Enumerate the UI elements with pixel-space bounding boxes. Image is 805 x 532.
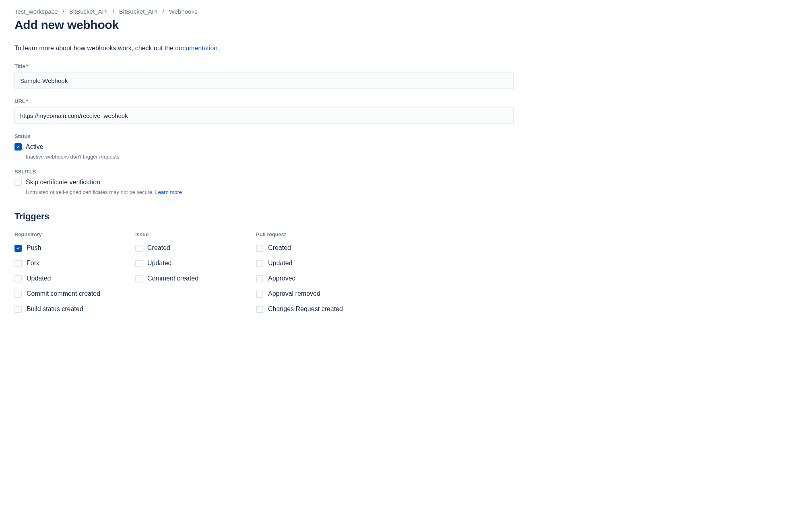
trigger-checkbox[interactable] [14,260,22,267]
title-field-group: Title* [14,63,791,89]
trigger-checkbox[interactable] [135,260,142,267]
trigger-label: Updated [147,260,172,267]
breadcrumb-link[interactable]: Test_workspace [14,8,58,15]
title-label: Title* [14,63,791,69]
check-icon [16,246,21,251]
trigger-item: Comment created [135,274,240,282]
status-field-group: Status Active Inactive webhooks don't tr… [14,133,791,160]
trigger-label: Created [147,244,170,252]
trigger-item: Approval removed [256,290,361,298]
triggers-grid: RepositoryPushForkUpdatedCommit comment … [14,231,791,320]
active-help-text: Inactive webhooks don't trigger requests… [26,154,121,160]
ssl-skip-checkbox[interactable] [14,179,22,186]
trigger-item: Push [14,244,119,252]
title-label-text: Title [14,63,25,69]
ssl-help-text: Untrusted or self-signed certificates ma… [26,189,182,195]
required-indicator: * [26,98,28,104]
active-checkbox[interactable] [14,143,22,151]
trigger-checkbox[interactable] [256,291,263,298]
breadcrumb-link[interactable]: BitBucket_API [69,8,108,15]
breadcrumb-separator: / [163,8,164,15]
active-checkbox-row: Active Inactive webhooks don't trigger r… [14,142,791,160]
trigger-checkbox[interactable] [135,275,142,282]
trigger-checkbox[interactable] [256,306,263,313]
trigger-label: Created [268,244,291,252]
trigger-item: Approved [256,274,361,282]
trigger-label: Push [27,244,41,252]
ssl-skip-label: Skip certificate verification [26,178,182,187]
trigger-column-header: Pull request [256,231,361,237]
trigger-checkbox[interactable] [135,245,142,252]
trigger-column: Pull requestCreatedUpdatedApprovedApprov… [256,231,361,320]
trigger-item: Commit comment created [14,290,119,298]
breadcrumb-separator: / [63,8,64,15]
url-field-group: URL* [14,98,791,124]
trigger-item: Build status created [14,305,119,313]
ssl-checkbox-row: Skip certificate verification Untrusted … [14,178,791,195]
trigger-item: Updated [135,259,240,267]
trigger-checkbox[interactable] [14,306,22,313]
ssl-help-prefix: Untrusted or self-signed certificates ma… [26,189,155,195]
trigger-column-header: Issue [135,231,240,237]
trigger-column-header: Repository [14,231,119,237]
url-input[interactable] [14,107,514,124]
trigger-label: Approval removed [268,290,320,297]
trigger-item: Fork [14,259,119,267]
trigger-label: Fork [27,260,39,267]
trigger-column: RepositoryPushForkUpdatedCommit comment … [14,231,119,320]
trigger-label: Approved [268,275,296,282]
trigger-label: Comment created [147,275,198,282]
required-indicator: * [26,63,28,69]
check-icon [16,144,21,149]
trigger-checkbox[interactable] [14,275,22,282]
url-label: URL* [14,98,791,104]
trigger-item: Updated [14,274,119,282]
intro-prefix: To learn more about how webhooks work, c… [14,45,175,52]
trigger-item: Updated [256,259,361,267]
trigger-label: Updated [268,260,293,267]
trigger-item: Changes Request created [256,305,361,313]
trigger-item: Created [256,244,361,252]
trigger-checkbox[interactable] [256,260,263,267]
page-title: Add new webhook [14,18,791,32]
breadcrumb-link[interactable]: BitBucket_API [119,8,158,15]
trigger-label: Build status created [27,305,83,313]
breadcrumb-link[interactable]: Webhooks [169,8,198,15]
ssl-learn-more-link[interactable]: Learn more [155,189,182,195]
trigger-label: Commit comment created [27,290,100,297]
trigger-checkbox[interactable] [256,245,263,252]
trigger-checkbox[interactable] [14,291,22,298]
ssl-label: SSL/TLS [14,169,791,175]
trigger-item: Created [135,244,240,252]
documentation-link[interactable]: documentation [175,45,217,52]
ssl-field-group: SSL/TLS Skip certificate verification Un… [14,169,791,195]
intro-suffix: . [217,45,219,52]
active-label: Active [26,142,121,151]
trigger-column: IssueCreatedUpdatedComment created [135,231,240,320]
trigger-checkbox[interactable] [256,275,263,282]
breadcrumb-separator: / [113,8,114,15]
trigger-checkbox[interactable] [14,245,22,252]
trigger-label: Updated [27,275,51,282]
status-label: Status [14,133,791,139]
breadcrumb: Test_workspace / BitBucket_API / BitBuck… [14,8,791,15]
triggers-heading: Triggers [14,211,791,222]
title-input[interactable] [14,72,514,89]
url-label-text: URL [14,98,25,104]
trigger-label: Changes Request created [268,305,343,313]
intro-text: To learn more about how webhooks work, c… [14,45,791,52]
